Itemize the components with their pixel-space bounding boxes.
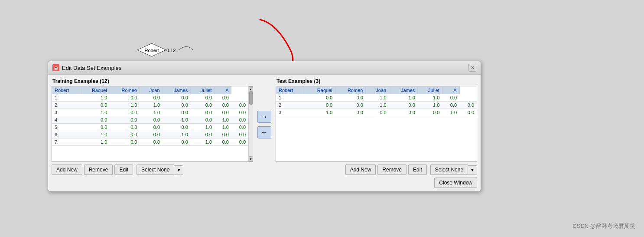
cell: 0.0 — [110, 131, 140, 138]
cell: 0.0 — [163, 138, 191, 146]
training-col-romeo: Romeo — [110, 86, 140, 94]
test-buttons: Add New Remove Edit Select None ▼ — [345, 165, 477, 175]
cell: 0.0 — [231, 131, 248, 138]
cell: 1.0 — [140, 109, 163, 116]
training-row-7[interactable]: 7:1.00.00.00.01.00.00.0 — [52, 138, 248, 146]
training-row-5[interactable]: 5:0.00.00.00.01.01.00.0 — [52, 124, 248, 131]
cell: 0.0 — [389, 102, 418, 109]
scrollbar-down-btn[interactable]: ▼ — [249, 156, 253, 161]
cell: 0.0 — [389, 109, 418, 116]
training-select-none-dropdown[interactable]: ▼ — [174, 165, 183, 174]
cell: 1.0 — [191, 124, 215, 131]
cell: 0.0 — [163, 102, 191, 109]
test-row-1[interactable]: 1:0.00.01.01.01.00.0 — [276, 94, 477, 102]
test-col-juliet: Juliet — [418, 86, 442, 94]
dialog-titlebar: ☕ Edit Data Set Examples ✕ — [48, 61, 481, 75]
cell: 0.0 — [215, 138, 231, 146]
close-window-button[interactable]: Close Window — [434, 178, 477, 188]
row-index: 2: — [52, 102, 80, 109]
test-col-a: A — [442, 86, 459, 94]
close-window-row: Close Window — [48, 178, 481, 191]
row-index: 1: — [276, 94, 305, 102]
transfer-to-test-button[interactable]: → — [257, 111, 271, 123]
scrollbar-up-btn[interactable]: ▲ — [249, 86, 253, 92]
test-col-james: James — [389, 86, 418, 94]
cell: 0.0 — [366, 109, 389, 116]
cell: 0.0 — [442, 94, 459, 102]
cell: 1.0 — [80, 138, 110, 146]
training-row-1[interactable]: 1:1.00.00.00.00.00.0 — [52, 94, 248, 102]
test-edit-button[interactable]: Edit — [408, 165, 427, 175]
test-select-none-dropdown[interactable]: ▼ — [468, 165, 477, 174]
dialog-content: Training Examples (12) Robert Raquel Rom… — [48, 75, 481, 162]
cell: 1.0 — [80, 131, 110, 138]
cell: 1.0 — [418, 94, 442, 102]
cell: 1.0 — [80, 94, 110, 102]
cell: 0.0 — [418, 109, 442, 116]
cell: 0.0 — [140, 124, 163, 131]
cell: 0.0 — [191, 116, 215, 124]
cell: 0.0 — [163, 124, 191, 131]
test-select-none-button[interactable]: Select None — [430, 165, 468, 175]
test-row-3[interactable]: 3:1.00.00.00.00.01.00.0 — [276, 109, 477, 116]
cell: 1.0 — [163, 116, 191, 124]
test-row-2[interactable]: 2:0.00.01.00.01.00.00.0 — [276, 102, 477, 109]
cell: 1.0 — [418, 102, 442, 109]
cell: 1.0 — [140, 102, 163, 109]
cell: 0.0 — [110, 116, 140, 124]
cell: 0.0 — [215, 94, 231, 102]
test-remove-button[interactable]: Remove — [377, 165, 407, 175]
training-row-2[interactable]: 2:0.01.01.00.00.00.00.0 — [52, 102, 248, 109]
cell: 0.0 — [163, 109, 191, 116]
cell: 1.0 — [366, 94, 389, 102]
cell: 0.0 — [335, 102, 366, 109]
test-panel-title: Test Examples (3) — [276, 78, 477, 84]
java-icon: ☕ — [52, 64, 59, 71]
cell: 1.0 — [80, 109, 110, 116]
cell: 0.0 — [140, 131, 163, 138]
cell: 1.0 — [163, 131, 191, 138]
training-col-raquel: Raquel — [80, 86, 110, 94]
cell: 0.0 — [110, 109, 140, 116]
training-row-4[interactable]: 4:0.00.00.01.00.01.00.0 — [52, 116, 248, 124]
training-row-3[interactable]: 3:1.00.01.00.00.00.00.0 — [52, 109, 248, 116]
training-table-area: Robert Raquel Romeo Joan James Juliet A … — [52, 86, 253, 162]
cell: 0.0 — [140, 94, 163, 102]
training-table-scroll[interactable]: Robert Raquel Romeo Joan James Juliet A … — [52, 86, 248, 161]
cell: 0.0 — [215, 109, 231, 116]
training-add-new-button[interactable]: Add New — [52, 165, 82, 175]
training-col-james: James — [163, 86, 191, 94]
row-index: 5: — [52, 124, 80, 131]
bottom-bar: Add New Remove Edit Select None ▼ Add Ne… — [48, 162, 481, 178]
close-x-button[interactable]: ✕ — [468, 64, 476, 72]
test-select-none-wrapper: Select None ▼ — [430, 165, 477, 175]
training-row-6[interactable]: 6:1.00.00.01.00.00.00.0 — [52, 131, 248, 138]
cell: 1.0 — [366, 102, 389, 109]
test-add-new-button[interactable]: Add New — [345, 165, 376, 175]
training-scrollbar[interactable]: ▲ ▼ — [248, 86, 253, 161]
training-select-none-wrapper: Select None ▼ — [137, 165, 183, 175]
cell: 0.0 — [191, 94, 215, 102]
test-panel: Test Examples (3) Robert Raquel Romeo Jo… — [276, 78, 477, 162]
cell: 0.0 — [305, 102, 335, 109]
cell: 0.0 — [140, 138, 163, 146]
cell: 0.0 — [459, 109, 477, 116]
transfer-to-train-button[interactable]: ← — [257, 126, 271, 138]
training-edit-button[interactable]: Edit — [114, 165, 133, 175]
test-col-joan: Joan — [366, 86, 389, 94]
spacer — [254, 165, 274, 175]
cell: 0.0 — [140, 116, 163, 124]
test-col-raquel: Raquel — [305, 86, 335, 94]
cell: 0.0 — [163, 94, 191, 102]
test-header-row: Robert Raquel Romeo Joan James Juliet A — [276, 86, 477, 94]
cell: 0.0 — [191, 131, 215, 138]
graph-node-area: Robert 0.12 — [139, 43, 194, 58]
test-table-scroll[interactable]: Robert Raquel Romeo Joan James Juliet A … — [276, 86, 477, 161]
training-col-juliet: Juliet — [191, 86, 215, 94]
cell: 1.0 — [215, 124, 231, 131]
training-select-none-button[interactable]: Select None — [137, 165, 174, 175]
training-col-joan: Joan — [140, 86, 163, 94]
training-remove-button[interactable]: Remove — [84, 165, 113, 175]
scrollbar-thumb[interactable] — [249, 92, 253, 105]
cell: 0.0 — [110, 124, 140, 131]
